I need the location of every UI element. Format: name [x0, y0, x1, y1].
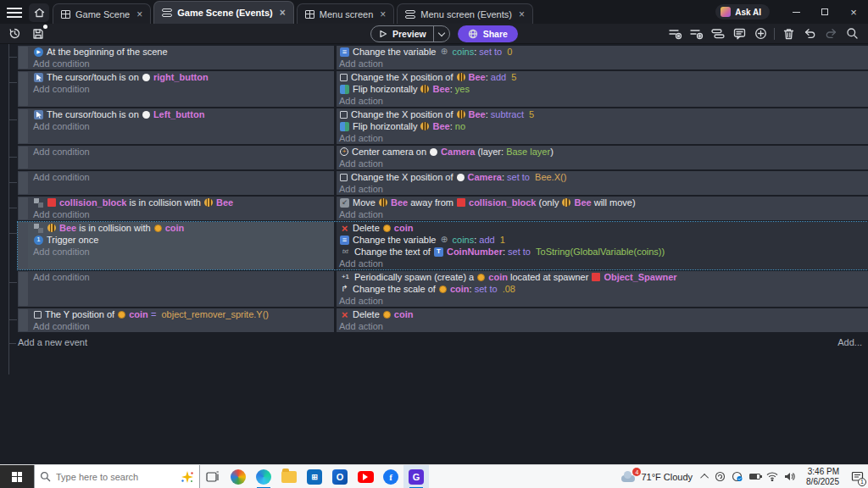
tab-game-scene[interactable]: Game Scene× [53, 3, 151, 24]
action-line[interactable]: Delete coin [337, 308, 868, 320]
condition-line[interactable]: The Y position of coin = object_remover_… [31, 308, 334, 320]
event-row[interactable]: Add conditionChange the X position of Ca… [18, 171, 868, 195]
action-line[interactable]: Center camera on Camera (layer: Base lay… [337, 146, 868, 158]
action-line[interactable]: Move Bee away from collision_block (only… [337, 197, 868, 208]
event-row[interactable]: The cursor/touch is on Left_buttonAdd co… [18, 108, 868, 144]
maximize-button[interactable] [810, 0, 839, 24]
add-action-link[interactable]: Add action [337, 158, 868, 169]
add-condition-link[interactable]: Add condition [31, 146, 334, 158]
action-line[interactable]: Change the variable coins: add 1 [337, 234, 868, 246]
event-row[interactable]: Add conditionPeriodically spawn (create)… [18, 271, 868, 307]
add-condition-link[interactable]: Add condition [31, 271, 334, 283]
event-row[interactable]: The Y position of coin = object_remover_… [18, 308, 868, 332]
action-line[interactable]: Change the scale of coin: set to .08 [337, 283, 868, 295]
tab-close-icon[interactable]: × [519, 8, 525, 20]
tab-menu-screen-events-[interactable]: Menu screen (Events)× [397, 3, 533, 24]
add-condition-link[interactable]: Add condition [31, 246, 334, 258]
add-action-link[interactable]: Add action [337, 183, 868, 195]
home-tab-button[interactable] [29, 3, 49, 22]
event-row[interactable]: At the beginning of the sceneAdd conditi… [18, 46, 868, 69]
redo-icon[interactable] [823, 26, 838, 42]
tab-game-scene-events-[interactable]: Game Scene (Events)× [153, 1, 294, 24]
add-action-link[interactable]: Add action [337, 295, 868, 307]
add-condition-event-icon[interactable] [668, 26, 683, 42]
add-circle-icon[interactable] [753, 26, 768, 42]
trash-icon[interactable] [781, 26, 796, 42]
chevron-down-icon[interactable] [437, 29, 444, 36]
add-condition-link[interactable]: Add condition [31, 120, 334, 132]
add-condition-link[interactable]: Add condition [31, 208, 334, 220]
add-action-link[interactable]: Add action [337, 132, 868, 144]
search-icon[interactable] [844, 26, 860, 42]
taskbar-app-file-explorer[interactable] [276, 465, 302, 488]
start-button[interactable] [0, 465, 34, 488]
add-comment-icon[interactable] [732, 26, 747, 42]
minimize-button[interactable] [782, 0, 810, 24]
add-action-link[interactable]: Add action [337, 208, 868, 220]
add-condition-link[interactable]: Add condition [31, 171, 334, 183]
show-hidden-icons-chevron[interactable] [700, 474, 709, 482]
add-action-link[interactable]: Add action [337, 320, 868, 332]
tray-update-icon[interactable] [715, 471, 726, 482]
taskbar-app-gdevelop[interactable]: G [403, 465, 429, 488]
add-other-events-icon[interactable] [710, 26, 726, 42]
action-line[interactable]: Flip horizontally Bee: no [337, 120, 868, 132]
action-center-button[interactable]: 1 [846, 465, 868, 488]
action-text: Add action [339, 96, 383, 106]
action-line[interactable]: Change the variable coins: set to 0 [337, 46, 868, 58]
save-icon[interactable] [31, 26, 46, 42]
condition-line[interactable]: Trigger once [31, 234, 334, 246]
add-more-link[interactable]: Add... [837, 337, 862, 347]
add-condition-link[interactable]: Add condition [31, 83, 334, 95]
add-condition-link[interactable]: Add condition [31, 320, 334, 332]
wifi-icon[interactable] [766, 472, 778, 481]
ask-ai-button[interactable]: Ask AI [715, 4, 770, 19]
action-line[interactable]: Change the X position of Camera: set to … [337, 171, 868, 183]
add-condition-link[interactable]: Add condition [31, 58, 334, 69]
taskbar-app-store[interactable]: ⊞ [302, 465, 327, 488]
event-row[interactable]: Bee is in collision with coinTrigger onc… [18, 222, 868, 269]
add-subevent-icon[interactable] [689, 26, 704, 42]
search-input[interactable] [56, 472, 175, 482]
share-button[interactable]: Share [458, 25, 518, 42]
add-action-link[interactable]: Add action [337, 95, 868, 107]
preview-button[interactable]: Preview [370, 25, 450, 42]
tab-close-icon[interactable]: × [280, 7, 286, 19]
action-line[interactable]: Flip horizontally Bee: yes [337, 83, 868, 95]
cloud-icon: 4 [620, 471, 637, 482]
close-button[interactable]: × [839, 0, 868, 24]
event-row[interactable]: collision_block is in collision with Bee… [18, 197, 868, 220]
add-action-link[interactable]: Add action [337, 258, 868, 269]
tab-close-icon[interactable]: × [136, 8, 142, 20]
taskbar-app-facebook[interactable]: f [378, 465, 403, 488]
add-new-event-link[interactable]: Add a new event [18, 337, 87, 347]
event-row[interactable]: The cursor/touch is on right_buttonAdd c… [18, 71, 868, 107]
weather-widget[interactable]: 4 71°F Cloudy [614, 471, 698, 482]
clock[interactable]: 3:46 PM 8/6/2025 [799, 467, 846, 487]
event-row[interactable]: Add conditionCenter camera on Camera (la… [18, 146, 868, 169]
hamburger-menu-icon[interactable] [7, 8, 22, 18]
tab-menu-screen[interactable]: Menu screen× [297, 3, 395, 24]
action-line[interactable]: Change the text of CoinNumber: set to To… [337, 246, 868, 258]
taskbar-app-youtube[interactable] [353, 465, 378, 488]
undo-icon[interactable] [802, 26, 817, 42]
task-view-button[interactable] [200, 465, 225, 488]
taskbar-app-outlook[interactable]: O [327, 465, 353, 488]
volume-icon[interactable] [784, 472, 795, 481]
taskbar-app-copilot[interactable] [225, 465, 251, 488]
action-line[interactable]: Delete coin [337, 222, 868, 234]
tab-close-icon[interactable]: × [380, 8, 386, 20]
action-line[interactable]: Change the X position of Bee: subtract 5 [337, 108, 868, 120]
action-line[interactable]: Change the X position of Bee: add 5 [337, 71, 868, 83]
condition-line[interactable]: The cursor/touch is on Left_button [31, 108, 334, 120]
condition-line[interactable]: collision_block is in collision with Bee [31, 197, 334, 208]
action-line[interactable]: Periodically spawn (create) a coin locat… [337, 271, 868, 283]
taskbar-app-edge[interactable] [251, 465, 276, 488]
condition-line[interactable]: At the beginning of the scene [31, 46, 334, 58]
battery-icon[interactable] [749, 474, 760, 480]
tray-onedrive-icon[interactable] [732, 471, 743, 482]
condition-line[interactable]: The cursor/touch is on right_button [31, 71, 334, 83]
add-action-link[interactable]: Add action [337, 58, 868, 69]
history-icon[interactable] [7, 26, 22, 42]
condition-line[interactable]: Bee is in collision with coin [31, 222, 334, 234]
